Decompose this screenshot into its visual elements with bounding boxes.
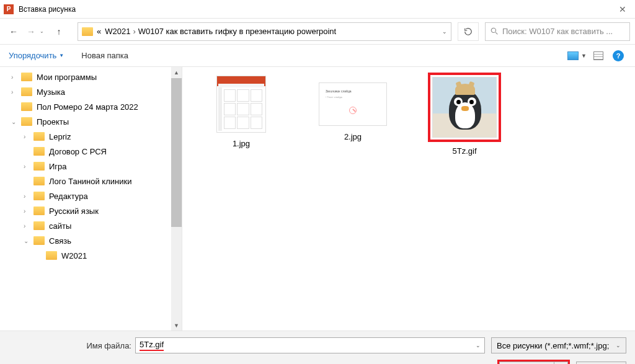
svg-line-1 — [495, 32, 497, 34]
scroll-thumb[interactable] — [171, 78, 182, 227]
folder-icon — [33, 132, 45, 141]
file-name: 2.jpg — [344, 132, 362, 141]
view-mode-button[interactable] — [565, 49, 581, 63]
tree-item[interactable]: W2021 — [0, 248, 182, 263]
tree-item[interactable]: Пол Ромеро 24 марта 2022 — [0, 99, 182, 114]
folder-icon — [21, 117, 32, 126]
breadcrumb-1[interactable]: W2021 — [105, 27, 130, 36]
scroll-up-icon[interactable]: ▲ — [171, 67, 182, 78]
filename-label: Имя файла: — [9, 341, 131, 350]
history-dropdown-icon[interactable]: ⌄ — [40, 29, 44, 34]
search-placeholder: Поиск: W0107 как вставить ... — [502, 27, 613, 36]
chevron-down-icon: ⌄ — [616, 342, 621, 348]
folder-icon — [33, 192, 45, 200]
file-item-selected[interactable]: 5Tz.gif — [424, 76, 505, 157]
insert-button[interactable]: Вставить — [499, 362, 554, 364]
file-thumbnail — [216, 76, 266, 133]
tree-item[interactable]: ⌄Проекты — [0, 114, 182, 129]
cancel-button[interactable]: Отмена — [576, 362, 626, 364]
breadcrumb-prefix: « — [97, 27, 101, 36]
organize-menu[interactable]: Упорядочить▼ — [9, 51, 64, 60]
svg-point-0 — [491, 28, 495, 32]
view-dropdown-icon[interactable]: ▼ — [581, 53, 587, 59]
file-name: 1.jpg — [233, 139, 250, 148]
folder-icon — [46, 251, 57, 260]
file-type-filter[interactable]: Все рисунки (*.emf;*.wmf;*.jpg; ⌄ — [491, 337, 626, 353]
tree-item[interactable]: Договор С РСЯ — [0, 144, 182, 159]
chevron-right-icon: › — [133, 27, 135, 36]
close-icon[interactable]: ✕ — [614, 4, 631, 14]
insert-dropdown-button[interactable]: ▼ — [554, 362, 568, 364]
window-title: Вставка рисунка — [19, 5, 614, 14]
folder-tree: ›Мои программы ›Музыка Пол Ромеро 24 мар… — [0, 67, 182, 331]
filename-input[interactable]: 5Tz.gif ⌄ — [135, 337, 485, 353]
up-one-level-button[interactable]: ↑ — [50, 23, 68, 40]
tree-item[interactable]: ›Мои программы — [0, 69, 182, 84]
tree-item[interactable]: Лого Таниной клиники — [0, 174, 182, 189]
folder-icon — [21, 102, 32, 111]
folder-icon — [33, 206, 45, 215]
chevron-down-icon[interactable]: ⌄ — [476, 342, 481, 348]
file-name: 5Tz.gif — [452, 146, 476, 156]
address-dropdown-icon[interactable]: ⌄ — [442, 29, 447, 35]
tree-item[interactable]: ›Редактура — [0, 189, 182, 203]
search-input[interactable]: Поиск: W0107 как вставить ... — [485, 22, 630, 41]
scrollbar[interactable]: ▲ ▼ — [171, 67, 182, 331]
refresh-button[interactable] — [458, 22, 479, 41]
folder-icon — [82, 27, 93, 36]
address-bar[interactable]: « W2021 › W0107 как вставить гифку в пре… — [78, 22, 451, 41]
file-item[interactable]: Заголовок слайда• Текст слайда 2.jpg — [313, 76, 393, 141]
back-button[interactable]: ← — [5, 23, 22, 40]
tree-item[interactable]: ›сайты — [0, 218, 182, 233]
file-list: 1.jpg Заголовок слайда• Текст слайда 2.j… — [182, 67, 635, 331]
folder-icon — [33, 162, 45, 171]
file-thumbnail — [432, 77, 497, 138]
tree-item[interactable]: ›Русский язык — [0, 203, 182, 218]
folder-icon — [33, 236, 45, 245]
folder-icon — [21, 87, 32, 96]
forward-button[interactable]: → — [22, 23, 40, 40]
scroll-down-icon[interactable]: ▼ — [171, 320, 182, 331]
details-pane-button[interactable] — [590, 49, 606, 63]
tree-item[interactable]: ⌄Связь — [0, 233, 182, 248]
folder-icon — [21, 73, 32, 81]
folder-icon — [33, 147, 45, 156]
insert-button-group: Вставить ▼ — [497, 360, 570, 364]
folder-icon — [33, 177, 45, 185]
tree-item[interactable]: ›Музыка — [0, 84, 182, 99]
file-item[interactable]: 1.jpg — [201, 76, 282, 148]
tree-item[interactable]: ›Lepriz — [0, 129, 182, 144]
help-button[interactable]: ? — [610, 49, 626, 63]
new-folder-button[interactable]: Новая папка — [81, 51, 128, 60]
file-thumbnail: Заголовок слайда• Текст слайда — [319, 82, 387, 126]
powerpoint-app-icon: P — [4, 4, 14, 14]
tree-item[interactable]: ›Игра — [0, 159, 182, 174]
breadcrumb-2[interactable]: W0107 как вставить гифку в презентацию p… — [138, 27, 336, 36]
folder-icon — [33, 221, 45, 230]
